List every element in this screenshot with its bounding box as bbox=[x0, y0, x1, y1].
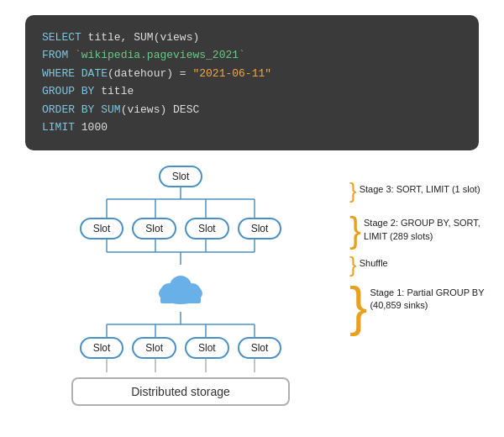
middle-slot-row: Slot Slot Slot Slot bbox=[80, 218, 282, 240]
keyword: LIMIT bbox=[42, 121, 75, 134]
keyword: ORDER BY bbox=[42, 103, 94, 116]
slot-box-mid-2: Slot bbox=[132, 218, 176, 240]
code-table: `wikipedia.pageviews_2021` bbox=[68, 49, 245, 61]
stage-2-label: Stage 2: GROUP BY, SORT, LIMIT (289 slot… bbox=[364, 214, 492, 243]
code-text: (views) DESC bbox=[121, 103, 200, 116]
top-slot-row: Slot bbox=[159, 166, 203, 187]
code-line-2: FROM `wikipedia.pageviews_2021` bbox=[42, 46, 462, 64]
slot-box-mid-3: Slot bbox=[185, 218, 229, 240]
stage-1-bracket: } bbox=[349, 284, 367, 329]
keyword: SELECT bbox=[42, 31, 81, 44]
cloud-container bbox=[154, 270, 207, 307]
code-string: "2021-06-11" bbox=[192, 67, 271, 80]
keyword: GROUP BY bbox=[42, 85, 94, 97]
slot-box-top: Slot bbox=[159, 166, 203, 187]
code-text: title bbox=[94, 85, 134, 97]
code-line-5: ORDER BY SUM(views) DESC bbox=[42, 101, 462, 118]
diagram-left-panel: Slot Slot Slot Slot Slot bbox=[12, 166, 349, 406]
stage-3-label: Stage 3: SORT, LIMIT (1 slot) bbox=[360, 181, 480, 196]
code-text: 1000 bbox=[75, 121, 108, 134]
slot-box-bot-1: Slot bbox=[80, 337, 124, 359]
storage-box: Distributed storage bbox=[71, 377, 290, 406]
stage-3-entry: } Stage 3: SORT, LIMIT (1 slot) bbox=[349, 181, 492, 202]
cloud-icon bbox=[154, 270, 207, 307]
shuffle-bracket: } bbox=[349, 255, 357, 276]
bottom-slot-row: Slot Slot Slot Slot bbox=[80, 337, 282, 359]
keyword: FROM bbox=[42, 49, 68, 61]
shuffle-entry: } Shuffle bbox=[349, 255, 492, 276]
diagram-wrapper: Slot Slot Slot Slot Slot bbox=[12, 166, 492, 406]
stage-1-entry: } Stage 1: Partial GROUP BY (40,859 sink… bbox=[349, 284, 492, 329]
slot-box-mid-1: Slot bbox=[80, 218, 124, 240]
slot-box-bot-3: Slot bbox=[185, 337, 229, 359]
code-text: (datehour) = bbox=[108, 67, 192, 80]
slot-box-bot-4: Slot bbox=[238, 337, 282, 359]
stage-3-bracket: } bbox=[349, 181, 357, 202]
keyword: WHERE bbox=[42, 67, 75, 80]
code-text: title, SUM(views) bbox=[81, 31, 199, 44]
code-block: SELECT title, SUM(views) FROM `wikipedia… bbox=[25, 15, 479, 150]
code-line-4: GROUP BY title bbox=[42, 82, 462, 100]
stage-2-entry: } Stage 2: GROUP BY, SORT, LIMIT (289 sl… bbox=[349, 214, 492, 246]
svg-rect-16 bbox=[160, 293, 201, 303]
code-line-6: LIMIT 1000 bbox=[42, 118, 462, 136]
bottom-tree-lines-up bbox=[71, 312, 290, 337]
slot-box-mid-4: Slot bbox=[238, 218, 282, 240]
shuffle-label: Shuffle bbox=[360, 255, 388, 270]
stage-2-bracket: } bbox=[349, 214, 361, 246]
code-line-3: WHERE DATE(datehour) = "2021-06-11" bbox=[42, 65, 462, 82]
mid-tree-lines-down bbox=[71, 240, 290, 265]
diagram-right-panel: } Stage 3: SORT, LIMIT (1 slot) } Stage … bbox=[349, 166, 492, 406]
code-line-1: SELECT title, SUM(views) bbox=[42, 29, 462, 46]
storage-lines bbox=[71, 359, 290, 372]
code-fn: SUM bbox=[94, 103, 120, 116]
slot-box-bot-2: Slot bbox=[132, 337, 176, 359]
code-fn: DATE bbox=[75, 67, 108, 80]
stage-1-label: Stage 1: Partial GROUP BY (40,859 sinks) bbox=[370, 284, 492, 313]
top-tree-lines bbox=[71, 187, 290, 218]
